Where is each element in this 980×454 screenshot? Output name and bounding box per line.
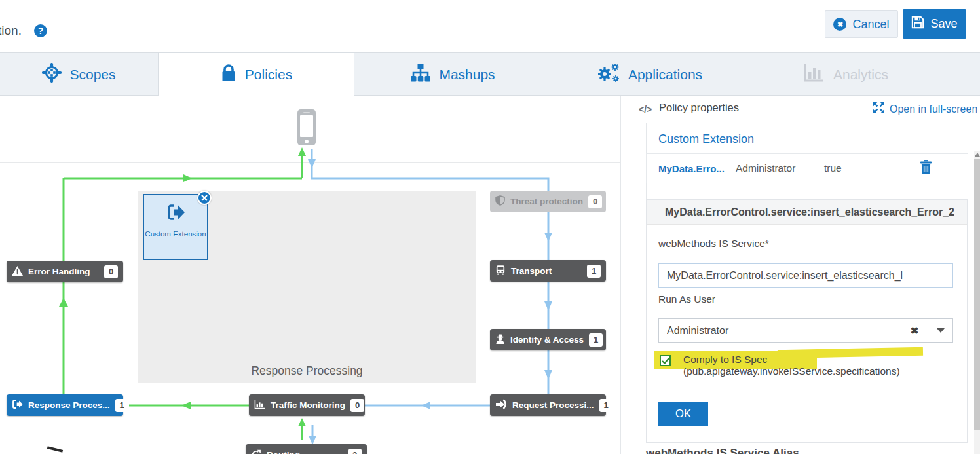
entry-comply-flag: true — [824, 162, 842, 174]
entry-run-as-user: Administrator — [736, 162, 824, 174]
save-floppy-icon — [911, 16, 924, 32]
policy-count-badge: 1 — [587, 265, 601, 278]
top-action-bar: tion. ? ✖ Cancel Save — [0, 0, 980, 52]
run-as-user-label: Run As User — [658, 293, 715, 305]
import-arrow-icon — [495, 399, 507, 411]
canvas-divider-line — [0, 162, 620, 163]
stage-label: Response Proces... — [28, 400, 110, 410]
comply-spec-reference: (pub.apigateway.invokeISService.specific… — [683, 366, 900, 377]
bar-chart-icon — [254, 400, 265, 411]
tab-mashups[interactable]: Mashups — [354, 53, 551, 96]
policy-count-badge: 1 — [589, 333, 603, 347]
tab-mashups-label: Mashups — [439, 67, 495, 83]
code-icon: </> — [639, 104, 652, 115]
scrollbar-thumb[interactable] — [974, 159, 980, 430]
tab-analytics[interactable]: Analytics — [747, 53, 944, 96]
export-arrow-icon — [12, 399, 23, 411]
policy-count-badge: 1 — [599, 399, 613, 412]
policy-tab-bar: Scopes Policies Mashups Applications Ana… — [0, 52, 980, 96]
custom-extension-section: Custom Extension MyData.Erro... Administ… — [646, 123, 968, 443]
stage-label: Identify & Access — [510, 335, 584, 345]
stage-label: Error Handling — [28, 267, 90, 276]
policy-count-badge: 0 — [104, 265, 118, 278]
is-service-label: webMethods IS Service* — [658, 238, 769, 250]
user-identity-icon — [495, 334, 505, 346]
response-processing-area-label: Response Processing — [138, 364, 476, 378]
policy-detail-form: MyData.ErrorControl.service:insert_elast… — [646, 199, 968, 443]
stray-annotation-mark — [47, 446, 63, 453]
custom-extension-node[interactable]: Custom Extension — [143, 194, 208, 260]
stage-label: Threat protection — [510, 197, 583, 206]
policy-flow-canvas[interactable]: Response Processing Custom Extension Thr… — [0, 96, 620, 454]
is-service-input[interactable] — [658, 263, 953, 288]
expand-arrows-icon — [873, 102, 885, 117]
save-button-label: Save — [930, 17, 957, 31]
bus-icon — [495, 265, 506, 277]
refresh-icon — [251, 449, 261, 454]
detail-service-header: MyData.ErrorControl.service:insert_elast… — [647, 200, 967, 225]
scrollbar-up-arrow[interactable] — [975, 153, 980, 157]
stage-label: Transport — [511, 266, 552, 276]
stage-identify-access[interactable]: Identify & Access 1 — [490, 329, 606, 350]
stage-traffic-monitoring[interactable]: Traffic Monitoring 0 — [249, 394, 365, 416]
stage-routing[interactable]: Routing 2 — [246, 444, 367, 454]
policy-count-badge: 1 — [115, 399, 129, 412]
stage-transport[interactable]: Transport 1 — [490, 260, 606, 282]
shield-icon — [495, 195, 505, 208]
stage-label: Routing — [267, 450, 300, 454]
tab-policies-label: Policies — [245, 67, 292, 83]
comply-checkbox[interactable] — [660, 355, 671, 366]
open-fullscreen-label: Open in full-screen — [890, 104, 977, 115]
truncated-description-text: tion. — [0, 24, 22, 38]
panel-scrollbar[interactable] — [974, 151, 980, 454]
stage-label: Traffic Monitoring — [271, 400, 345, 410]
remove-policy-icon[interactable] — [197, 191, 212, 205]
gears-icon — [596, 63, 620, 86]
stage-label: Request Processi... — [512, 400, 594, 410]
save-button[interactable]: Save — [903, 9, 966, 39]
warning-triangle-icon — [12, 266, 23, 278]
entry-service-name: MyData.Erro... — [658, 163, 736, 174]
tabbar-bottom-border — [0, 95, 980, 96]
next-section-label: webMethods IS Service Alias — [646, 447, 799, 454]
run-as-user-combobox[interactable]: ✖ — [658, 318, 953, 343]
mobile-client-icon — [297, 109, 316, 145]
cancel-circle-x-icon: ✖ — [833, 18, 846, 31]
lock-icon — [220, 64, 237, 86]
cancel-button-label: Cancel — [852, 18, 889, 31]
tab-applications-label: Applications — [628, 67, 702, 83]
cancel-button[interactable]: ✖ Cancel — [825, 10, 898, 38]
policy-properties-panel: </> Policy properties Open in full-scree… — [620, 96, 980, 454]
comply-checkbox-label: Comply to IS Spec — [683, 354, 767, 366]
ok-button[interactable]: OK — [658, 402, 708, 426]
stage-request-processing[interactable]: Request Processi... 1 — [490, 394, 606, 416]
tab-scopes-label: Scopes — [69, 67, 115, 83]
tab-analytics-label: Analytics — [833, 67, 888, 83]
clear-value-icon[interactable]: ✖ — [901, 325, 928, 337]
sitemap-icon — [410, 63, 431, 86]
run-as-user-input[interactable] — [659, 325, 901, 337]
tab-applications[interactable]: Applications — [551, 53, 747, 96]
properties-panel-title: Policy properties — [659, 102, 739, 114]
policy-entry-row[interactable]: MyData.Erro... Administrator true — [646, 153, 968, 183]
open-fullscreen-link[interactable]: Open in full-screen — [873, 102, 977, 117]
custom-extension-node-label: Custom Extension — [145, 229, 206, 239]
tab-policies[interactable]: Policies — [158, 53, 354, 96]
scope-target-icon — [42, 63, 62, 86]
dropdown-caret-icon[interactable] — [928, 319, 952, 343]
stage-response-processing[interactable]: Response Proces... 1 — [7, 394, 123, 416]
bar-chart-icon — [803, 63, 825, 86]
export-arrow-icon — [165, 202, 186, 225]
policy-count-badge: 0 — [350, 399, 364, 412]
policy-count-badge: 0 — [588, 195, 602, 208]
help-icon[interactable]: ? — [34, 24, 47, 37]
yellow-highlight-annotation — [778, 347, 923, 359]
tabbar-filler — [944, 53, 980, 96]
section-title: Custom Extension — [658, 132, 754, 146]
stage-error-handling[interactable]: Error Handling 0 — [7, 261, 123, 282]
trash-icon[interactable] — [920, 160, 932, 177]
stage-threat-protection[interactable]: Threat protection 0 — [490, 191, 606, 212]
tab-scopes[interactable]: Scopes — [0, 53, 158, 96]
policy-count-badge: 2 — [348, 449, 362, 454]
